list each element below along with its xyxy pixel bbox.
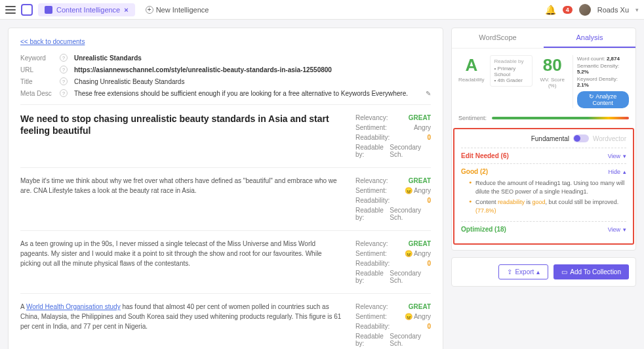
plus-icon: + <box>146 6 153 14</box>
topbar: Content Intelligence × + New Intelligenc… <box>0 0 644 20</box>
chevron-down-icon[interactable]: ▾ <box>635 7 639 13</box>
word-stats: Word count: 2,874Semantic Density: 5.2%K… <box>573 55 629 108</box>
meta-value: Unrealistic Standards <box>74 54 431 62</box>
meta-label: URL <box>20 66 60 73</box>
accordion-header[interactable]: Optimized (18) View ▾ <box>461 226 626 233</box>
meta-value: Chasing Unrealistic Beauty Standards <box>74 78 431 85</box>
accordion-item: Edit Needed (6) View ▾ <box>461 148 626 163</box>
new-intelligence-button[interactable]: + New Intelligence <box>140 3 214 16</box>
chevron-icon: ▾ <box>623 153 626 159</box>
chevron-up-icon: ▴ <box>536 268 540 276</box>
content-panel: << back to documents Keyword ? Unrealist… <box>8 28 443 349</box>
sentiment-bar <box>492 117 629 119</box>
section-body: A World Health Organisation study has fo… <box>20 302 342 331</box>
info-icon[interactable]: ? <box>60 77 68 85</box>
suggestion-item: Reduce the amount of Heading1 tag. Using… <box>469 179 626 195</box>
accordion-action[interactable]: View ▾ <box>608 226 626 233</box>
wordvector-label: Wordvector <box>593 135 626 142</box>
meta-row: Title ? Chasing Unrealistic Beauty Stand… <box>20 75 431 87</box>
suggestion-item: Content readability is good, but could s… <box>469 198 626 215</box>
meta-label: Title <box>20 78 60 85</box>
readability-grade: A <box>458 55 485 75</box>
info-icon[interactable]: ? <box>60 66 68 73</box>
tab-wordscope[interactable]: WordScope <box>452 28 544 48</box>
accordion-action[interactable]: Hide ▴ <box>608 169 626 175</box>
readable-by-box: Readable by • Primary School • 4th Grade… <box>490 55 533 87</box>
wv-score: 80 <box>538 55 567 75</box>
section-metrics: Relevancy:GREAT Sentiment:Angry Readabil… <box>355 113 431 159</box>
content-section: We need to stop chasing unrealistic beau… <box>20 105 431 168</box>
avatar[interactable] <box>579 4 591 16</box>
accordion-item: Good (2) Hide ▴ Reduce the amount of Hea… <box>461 163 626 221</box>
section-metrics: Relevancy:GREAT Sentiment:😠Angry Readabi… <box>355 176 431 222</box>
fundamental-label: Fundamental <box>531 135 569 142</box>
export-icon: ⇪ <box>507 268 512 276</box>
back-link[interactable]: << back to documents <box>20 38 85 45</box>
section-title: We need to stop chasing unrealistic beau… <box>20 113 342 136</box>
content-section: Maybe it's time we think about why we fr… <box>20 168 431 231</box>
analyze-button[interactable]: ↻ Analyze Content <box>577 91 629 108</box>
meta-value: These free extensions should be sufficie… <box>74 90 422 97</box>
close-icon[interactable]: × <box>124 6 128 14</box>
meta-row: Keyword ? Unrealistic Standards <box>20 52 431 64</box>
tab-label: Content Intelligence <box>56 6 120 14</box>
bell-icon[interactable]: 🔔 <box>545 5 556 15</box>
meta-value: https://asiannewschannel.com/style/unrea… <box>74 66 431 73</box>
bookmark-icon: ▭ <box>561 268 567 276</box>
meta-label: Meta Desc <box>20 90 60 97</box>
meta-label: Keyword <box>20 54 60 62</box>
edit-icon[interactable]: ✎ <box>426 90 431 97</box>
accordion-action[interactable]: View ▾ <box>608 153 626 159</box>
section-metrics: Relevancy:GREAT Sentiment:😠Angry Readabi… <box>355 302 431 348</box>
sentiment-label: Sentiment: <box>458 115 487 121</box>
tab-content-intelligence[interactable]: Content Intelligence × <box>38 3 135 16</box>
chevron-icon: ▾ <box>623 226 626 233</box>
info-icon[interactable]: ? <box>60 89 68 97</box>
info-icon[interactable]: ? <box>60 54 68 62</box>
section-body: As a teen growing up in the 90s, I never… <box>20 239 342 268</box>
tab-analysis[interactable]: Analysis <box>544 28 635 48</box>
accordion-header[interactable]: Good (2) Hide ▴ <box>461 168 626 175</box>
content-section: As a teen growing up in the 90s, I never… <box>20 231 431 294</box>
meta-row: URL ? https://asiannewschannel.com/style… <box>20 64 431 75</box>
content-section: A World Health Organisation study has fo… <box>20 294 431 349</box>
accordion-item: Optimized (18) View ▾ <box>461 221 626 237</box>
actions-card: ⇪ Export ▴ ▭ Add To Collection <box>451 257 636 287</box>
add-to-collection-button[interactable]: ▭ Add To Collection <box>553 264 629 279</box>
suggestions-box: Fundamental Wordvector Edit Needed (6) V… <box>453 128 634 245</box>
menu-icon[interactable] <box>5 6 16 14</box>
tab-icon <box>45 6 52 14</box>
analysis-card: WordScope Analysis A Readability Readabl… <box>451 28 636 251</box>
meta-table: Keyword ? Unrealistic Standards URL ? ht… <box>20 52 431 105</box>
analysis-tabs: WordScope Analysis <box>452 28 635 49</box>
notification-badge[interactable]: 4 <box>563 6 573 14</box>
section-metrics: Relevancy:GREAT Sentiment:😠Angry Readabi… <box>355 239 431 285</box>
accordion-header[interactable]: Edit Needed (6) View ▾ <box>461 152 626 159</box>
section-body: Maybe it's time we think about why we fr… <box>20 176 342 195</box>
logo[interactable] <box>21 4 33 16</box>
export-button[interactable]: ⇪ Export ▴ <box>498 264 548 279</box>
mode-toggle[interactable] <box>573 134 589 142</box>
user-name: Roads Xu <box>597 6 629 14</box>
meta-row: Meta Desc ? These free extensions should… <box>20 87 431 99</box>
chevron-icon: ▴ <box>623 169 626 175</box>
